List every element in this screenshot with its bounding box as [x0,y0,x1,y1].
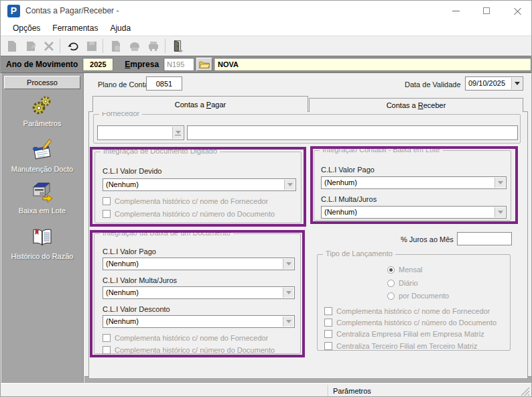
radio-label: Mensal [399,266,422,274]
fornecedor-groupbox: Fornecedor [93,114,521,144]
statusbar-divider [328,385,328,397]
gears-icon [30,93,54,117]
sidebar-item-manutencao-docto[interactable]: Manutenção Docto [1,139,83,173]
statusbar-panel2: Parâmetros [333,387,371,395]
fornecedor-name-field[interactable] [187,125,518,140]
printer-setup-button[interactable] [145,38,162,55]
combobox-value: (Nenhum) [324,208,357,216]
toolbar [1,36,531,56]
menu-ajuda[interactable]: Ajuda [104,21,137,35]
close-icon [514,7,521,15]
baixa-documento-groupbox: Integração da Baixa de um Documento C.L.… [94,233,301,354]
cli-valor-devido-combobox[interactable]: (Nenhum) [103,178,296,191]
undo-button[interactable] [64,38,82,55]
printer-setup-icon [147,40,160,53]
plano-de-contas-field[interactable]: 0851 [146,76,182,91]
minimize-button[interactable] [440,1,471,21]
dropdown-button[interactable] [511,78,522,89]
checkbox-box[interactable] [103,334,111,342]
ano-movimento-field[interactable]: 2025 [82,58,113,71]
empresa-name-field[interactable]: NOVA [214,58,531,71]
dropdown-button[interactable] [494,207,505,217]
resize-grip-icon[interactable] [521,387,530,396]
combobox-value: (Nenhum) [324,178,357,186]
toolbar-separator [103,39,103,53]
radio-mensal[interactable]: Mensal [387,266,422,274]
checkbox-box[interactable] [324,307,332,315]
ano-movimento-value: 2025 [90,60,106,68]
checkbox-complementa-numero-documento[interactable]: Complementa histórico c/ número do Docum… [103,210,275,218]
checkbox-complementa-nome-fornecedor[interactable]: Complementa histórico c/ nome do Fornece… [103,334,268,342]
data-validade-dropdown[interactable]: 09/10/2025 [465,76,523,91]
save-icon [86,40,98,52]
report-button[interactable] [107,38,125,55]
cli-valor-multa-juros-combobox[interactable]: (Nenhum) [103,286,295,299]
radio-selected-dot [389,268,393,272]
checkbox-box[interactable] [324,342,332,350]
processo-header-button[interactable]: Processo [4,76,80,89]
checkbox-centraliza-empresa[interactable]: Centraliza Empresa Filial em Empresa Mat… [324,330,484,338]
checkbox-box[interactable] [324,330,332,338]
cli-valor-pago-combobox[interactable]: (Nenhum) [103,258,295,270]
checkbox-label: Complementa histórico c/ nome do Fornece… [336,307,490,315]
fornecedor-lookup-combobox[interactable] [97,125,184,140]
radio-diario[interactable]: Diário [387,279,418,287]
close-button[interactable] [502,1,532,21]
chevron-down-icon [286,320,291,323]
dropdown-button[interactable] [283,317,293,327]
sidebar-item-historico-razao[interactable]: Histórico do Razão [1,226,83,260]
header-band: Ano de Movimento 2025 Empresa N195 NOVA [1,56,531,73]
empresa-lookup-button[interactable] [196,58,212,71]
checkbox-box[interactable] [103,346,111,354]
checkbox-centraliza-terceiro[interactable]: Centraliza Terceiro Filial em Terceiro M… [324,342,478,350]
tab-contas-a-pagar[interactable]: Contas a Pagar [92,96,308,112]
radio-circle[interactable] [387,292,395,300]
radio-circle[interactable] [387,266,395,274]
checkbox-complementa-nome-fornecedor[interactable]: Complementa histórico c/ nome do Fornece… [324,307,490,315]
baixa-documento-caption: Integração da Baixa de um Documento [100,229,233,237]
delete-button[interactable] [40,38,58,55]
cli-valor-devido-label: C.L.I Valor Devido [103,167,161,175]
sidebar: Processo Parâmetros [1,73,84,383]
menu-ferramentas[interactable]: Ferramentas [46,21,104,35]
checkbox-complementa-numero-documento[interactable]: Complementa histórico c/ número do Docum… [103,346,275,354]
radio-por-documento[interactable]: por Documento [387,292,449,300]
dropdown-button[interactable] [172,127,183,139]
sidebar-item-parametros[interactable]: Parâmetros [1,93,83,127]
dropdown-button[interactable] [284,180,295,190]
cli-valor-pago-lote-combobox[interactable]: (Nenhum) [321,176,507,189]
empresa-code-field[interactable]: N195 [163,58,194,71]
save-button[interactable] [83,38,101,55]
report-icon [109,40,123,53]
contabil-lote-caption: Integração Contábil - Baixa em Lote [320,146,443,154]
combobox-value: (Nenhum) [106,180,139,188]
cli-valor-desconto-combobox[interactable]: (Nenhum) [103,315,295,328]
juros-input[interactable] [457,232,512,245]
exit-button[interactable] [169,38,186,55]
menu-opcoes[interactable]: Opções [7,21,46,35]
checkbox-box[interactable] [103,197,111,205]
plano-de-contas-value: 0851 [156,80,172,88]
edit-document-button[interactable] [22,38,40,55]
new-document-button[interactable] [3,38,21,55]
checkbox-box[interactable] [103,210,111,218]
dropdown-button[interactable] [494,178,505,188]
ano-movimento-label: Ano de Movimento [6,60,78,69]
dropdown-button[interactable] [283,288,293,298]
tab-label: eceber [423,101,446,109]
cli-valor-pago-lote-label: C.L.I Valor Pago [321,166,375,174]
sidebar-item-baixa-em-lote[interactable]: Baixa em Lote [1,179,83,215]
dropdown-button[interactable] [283,259,293,269]
maximize-button[interactable] [471,1,502,21]
print-button[interactable] [126,38,143,55]
tab-contas-a-receber[interactable]: Contas a Receber [309,98,523,112]
chevron-down-icon [498,211,503,214]
print-icon [128,40,141,53]
checkbox-complementa-numero-documento[interactable]: Complementa histórico c/ número do Docum… [324,319,496,327]
checkbox-complementa-nome-fornecedor[interactable]: Complementa histórico c/ nome do Fornece… [103,197,268,205]
radio-circle[interactable] [387,280,395,287]
cli-multa-juros-combobox[interactable]: (Nenhum) [321,206,507,219]
tab-panel: Fornecedor Integração de Documento Digit… [88,111,528,379]
cli-valor-multa-juros-label: C.L.I Valor Multa/Juros [103,276,177,284]
checkbox-box[interactable] [324,319,332,327]
